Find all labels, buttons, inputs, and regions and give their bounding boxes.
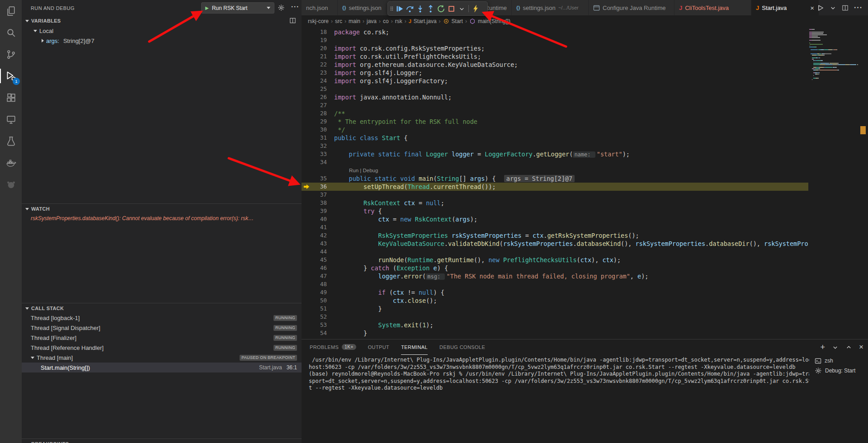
breakpoint-gutter[interactable] (302, 142, 311, 150)
breakpoint-gutter[interactable] (302, 280, 311, 288)
gear-icon[interactable] (278, 4, 285, 13)
activity-bar-run-and-debug[interactable]: 1 (0, 65, 22, 87)
close-panel-icon[interactable]: × (859, 343, 863, 352)
watch-expression[interactable]: rskSystemProperties.databaseKind(): Cann… (22, 213, 302, 223)
codelens-run-debug[interactable]: Run | Debug (334, 166, 868, 174)
tab-configure-java-runtime[interactable]: Configure Java Runtime (589, 0, 675, 15)
breakpoints-section-header[interactable]: BREAKPOINTS (22, 438, 302, 443)
activity-bar-remote-explorer[interactable] (0, 108, 22, 130)
variables-scope-local[interactable]: Local (22, 26, 302, 36)
breakpoint-gutter[interactable] (302, 215, 311, 223)
step-out-button[interactable] (425, 3, 435, 14)
breakpoint-gutter[interactable] (302, 101, 311, 109)
tab-nch-json[interactable]: nch.json (302, 0, 338, 15)
activity-bar-explorer[interactable] (0, 0, 22, 22)
breakpoint-gutter[interactable] (302, 166, 311, 174)
breakpoint-gutter[interactable] (302, 191, 311, 199)
breadcrumb-item[interactable]: Start (452, 18, 463, 24)
terminal-list-item[interactable]: Debug: Start (811, 366, 868, 376)
activity-bar-search[interactable] (0, 22, 22, 43)
terminal-list-item[interactable]: zsh (811, 356, 868, 366)
breadcrumb-item[interactable]: main(String[]) (478, 18, 510, 24)
breakpoint-gutter[interactable] (302, 77, 311, 85)
tab-settings-json[interactable]: {}settings.json~/.../User (512, 0, 589, 15)
breadcrumb-item[interactable]: src (335, 18, 342, 24)
split-editor-icon[interactable] (842, 5, 849, 11)
breakpoint-gutter[interactable] (302, 305, 311, 313)
breakpoint-gutter[interactable] (302, 134, 311, 142)
new-terminal-icon[interactable]: + (821, 343, 826, 352)
start-debugging-icon[interactable]: ▶ (205, 5, 209, 10)
breakpoint-gutter[interactable] (302, 93, 311, 101)
run-file-button[interactable] (816, 4, 824, 12)
maximize-panel-button[interactable] (845, 344, 852, 351)
thread-row[interactable]: Thread [main]PAUSED ON BREAKPOINT (22, 353, 302, 363)
breadcrumb-item[interactable]: co (383, 18, 389, 24)
launch-config-dropdown[interactable]: ▶ Run RSK Start (201, 2, 274, 14)
code-editor[interactable]: 18package co.rsk;1920import co.rsk.confi… (302, 27, 868, 339)
panel-tab-problems[interactable]: PROBLEMS1K+ (310, 339, 356, 355)
activity-bar-extensions[interactable] (0, 87, 22, 108)
breakpoint-gutter[interactable] (302, 158, 311, 166)
breadcrumb-item[interactable]: rsk (395, 18, 402, 24)
chevron-down-button[interactable] (457, 3, 467, 14)
thread-row[interactable]: Thread [Signal Dispatcher]RUNNING (22, 323, 302, 333)
breakpoint-gutter[interactable] (302, 109, 311, 118)
breakpoint-gutter[interactable] (302, 44, 311, 52)
breadcrumb-item[interactable]: Start.java (414, 18, 437, 24)
breakpoint-gutter[interactable] (302, 199, 311, 207)
panel-tab-terminal[interactable]: TERMINAL (401, 339, 428, 355)
breakpoint-gutter[interactable] (302, 61, 311, 69)
watch-section-header[interactable]: WATCH (22, 203, 302, 214)
breadcrumb-item[interactable]: rskj-core (308, 18, 329, 24)
hot-code-replace-button[interactable] (471, 3, 481, 14)
step-over-button[interactable] (405, 3, 415, 14)
breakpoint-gutter[interactable] (302, 174, 311, 183)
stack-frame-row[interactable]: Start.main(String[])Start.java36:1 (22, 363, 302, 372)
breakpoint-gutter[interactable] (302, 313, 311, 321)
breakpoint-gutter[interactable] (302, 231, 311, 240)
breakpoint-gutter[interactable] (302, 85, 311, 93)
breakpoint-gutter[interactable] (302, 52, 311, 61)
more-actions-icon[interactable]: ··· (854, 4, 863, 12)
breakpoint-gutter[interactable] (302, 256, 311, 264)
thread-row[interactable]: Thread [Finalizer]RUNNING (22, 333, 302, 343)
breakpoint-gutter[interactable] (302, 223, 311, 231)
restart-button[interactable] (436, 3, 446, 14)
breakpoint-gutter[interactable] (302, 272, 311, 280)
step-into-button[interactable] (415, 3, 425, 14)
overview-marker[interactable] (860, 126, 866, 134)
activity-bar-docker[interactable] (0, 152, 22, 174)
variable-args[interactable]: args: String[2]@7 (22, 36, 302, 46)
overview-ruler[interactable] (858, 27, 868, 339)
activity-bar-misc-extension[interactable] (0, 174, 22, 195)
run-dropdown-chevron-icon[interactable] (830, 5, 836, 11)
breakpoint-gutter[interactable] (302, 288, 311, 297)
minimap[interactable] (808, 27, 858, 339)
tab-settings-json[interactable]: {}settings.json (338, 0, 392, 15)
breakpoint-gutter[interactable] (302, 321, 311, 329)
activity-bar-testing[interactable] (0, 130, 22, 152)
breakpoint-gutter[interactable] (302, 207, 311, 215)
split-panel-icon[interactable] (289, 17, 296, 25)
call-stack-section-header[interactable]: CALL STACK (22, 303, 302, 313)
thread-row[interactable]: Thread [logback-1]RUNNING (22, 313, 302, 323)
breakpoint-gutter[interactable] (302, 69, 311, 77)
tab-clitoolstest-java[interactable]: JCliToolsTest.java (675, 0, 751, 15)
more-actions-icon[interactable]: ··· (291, 3, 299, 10)
thread-row[interactable]: Thread [Reference Handler]RUNNING (22, 343, 302, 353)
breakpoint-gutter[interactable] (302, 28, 311, 36)
activity-bar-source-control[interactable] (0, 43, 22, 65)
panel-tab-debug-console[interactable]: DEBUG CONSOLE (439, 339, 485, 355)
breakpoint-gutter[interactable] (302, 183, 311, 191)
breakpoint-gutter[interactable] (302, 126, 311, 134)
breakpoint-gutter[interactable] (302, 297, 311, 305)
tab-start-java[interactable]: JStart.java× (751, 0, 819, 15)
stop-button[interactable] (446, 3, 456, 14)
breakpoint-gutter[interactable] (302, 248, 311, 256)
breakpoint-gutter[interactable] (302, 118, 311, 126)
breakpoint-gutter[interactable] (302, 36, 311, 44)
breakpoint-gutter[interactable] (302, 240, 311, 248)
drag-handle-icon[interactable] (390, 5, 394, 13)
breadcrumb-item[interactable]: main (349, 18, 360, 24)
